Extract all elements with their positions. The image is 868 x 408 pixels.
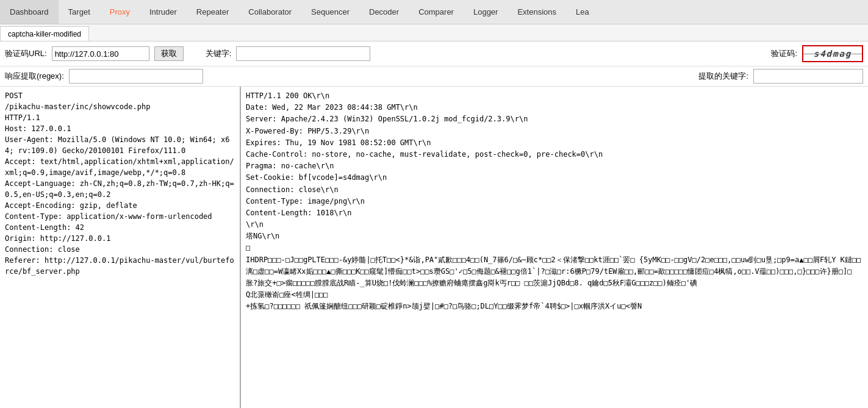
captcha-image-box: s4dmag xyxy=(802,45,863,62)
keyword-label: 关键字: xyxy=(206,48,232,59)
request-text: POST /pikachu-master/inc/showvcode.php H… xyxy=(5,90,235,277)
nav-sequencer[interactable]: Sequencer xyxy=(301,0,359,24)
extracted-label: 提取的关键字: xyxy=(698,71,748,82)
captcha-label: 验证码: xyxy=(771,48,797,59)
response-panel: HTTP/1.1 200 OK\r\nDate: Wed, 22 Mar 202… xyxy=(241,87,868,408)
captcha-url-label: 验证码URL: xyxy=(5,48,47,59)
nav-comparer[interactable]: Comparer xyxy=(409,0,464,24)
keyword-input[interactable] xyxy=(236,46,370,61)
top-form: 验证码URL: 获取 关键字: 验证码: s4dmag xyxy=(0,41,868,66)
response-text: HTTP/1.1 200 OK\r\nDate: Wed, 22 Mar 202… xyxy=(246,90,863,313)
response-body: HTTP/1.1 200 OK\r\nDate: Wed, 22 Mar 202… xyxy=(241,87,868,408)
nav-learn[interactable]: Lea xyxy=(566,0,599,24)
captcha-line xyxy=(803,54,862,54)
nav-collaborator[interactable]: Collaborator xyxy=(239,0,301,24)
captcha-url-input[interactable] xyxy=(52,46,149,61)
main-content: 验证码URL: 获取 关键字: 验证码: s4dmag 响应提取(regex):… xyxy=(0,41,868,408)
nav-intruder[interactable]: Intruder xyxy=(140,0,187,24)
request-panel: POST /pikachu-master/inc/showvcode.php H… xyxy=(0,87,241,408)
nav-repeater[interactable]: Repeater xyxy=(187,0,239,24)
form-row2: 响应提取(regex): 提取的关键字: xyxy=(0,66,868,87)
nav-dashboard[interactable]: Dashboard xyxy=(0,0,59,24)
nav-decoder[interactable]: Decoder xyxy=(359,0,409,24)
nav-extensions[interactable]: Extensions xyxy=(508,0,566,24)
nav-logger[interactable]: Logger xyxy=(464,0,508,24)
fetch-button[interactable]: 获取 xyxy=(154,46,184,61)
regex-label: 响应提取(regex): xyxy=(5,71,64,82)
body-area: POST /pikachu-master/inc/showvcode.php H… xyxy=(0,87,868,408)
nav-bar: Dashboard Target Proxy Intruder Repeater… xyxy=(0,0,868,24)
nav-proxy[interactable]: Proxy xyxy=(100,0,140,24)
regex-input[interactable] xyxy=(69,69,203,84)
extracted-input[interactable] xyxy=(753,69,863,84)
tab-captcha-killer[interactable]: captcha-killer-modified xyxy=(0,26,89,41)
tab-bar: captcha-killer-modified xyxy=(0,24,868,41)
nav-target[interactable]: Target xyxy=(59,0,100,24)
